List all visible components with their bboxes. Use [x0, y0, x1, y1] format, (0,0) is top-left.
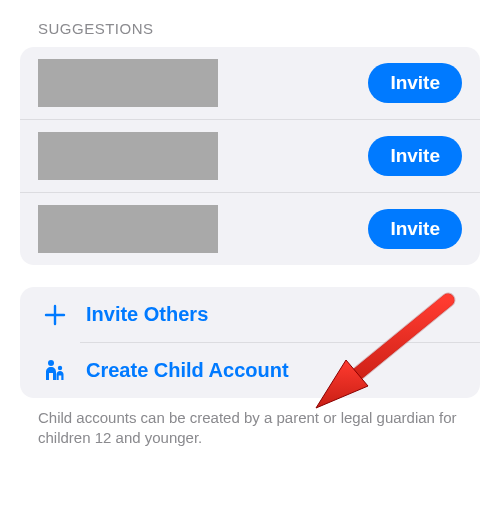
invite-button[interactable]: Invite [368, 136, 462, 176]
suggestion-row: Invite [20, 193, 480, 265]
suggestion-row: Invite [20, 120, 480, 193]
contact-placeholder [38, 59, 218, 107]
invite-others-row[interactable]: Invite Others [20, 287, 480, 342]
create-child-account-row[interactable]: Create Child Account [20, 342, 480, 398]
contact-placeholder [38, 132, 218, 180]
invite-others-label: Invite Others [86, 303, 208, 326]
create-child-account-label: Create Child Account [86, 359, 289, 382]
suggestion-row: Invite [20, 47, 480, 120]
plus-icon [38, 304, 72, 326]
family-icon [38, 358, 72, 382]
suggestions-card: Invite Invite Invite [20, 47, 480, 265]
actions-card: Invite Others Create Child Account [20, 287, 480, 398]
invite-button[interactable]: Invite [368, 63, 462, 103]
contact-placeholder [38, 205, 218, 253]
footer-help-text: Child accounts can be created by a paren… [38, 408, 462, 449]
svg-point-3 [58, 366, 62, 370]
svg-point-2 [48, 360, 54, 366]
invite-button[interactable]: Invite [368, 209, 462, 249]
section-header-suggestions: SUGGESTIONS [38, 20, 480, 37]
